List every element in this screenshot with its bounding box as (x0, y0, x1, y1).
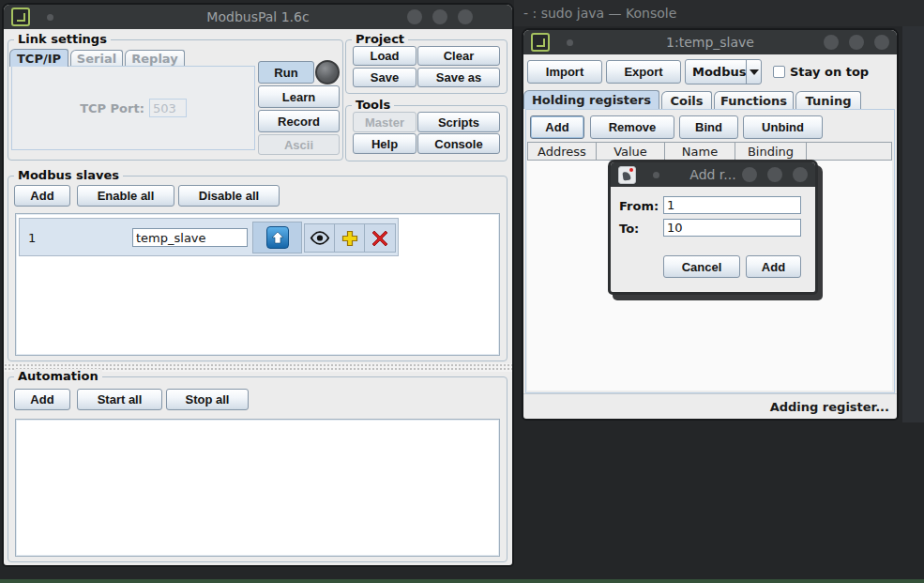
register-unbind-label: Unbind (762, 120, 804, 134)
learn-button[interactable]: Learn (258, 85, 340, 108)
record-label: Record (278, 115, 320, 129)
tab-tuning[interactable]: Tuning (795, 91, 861, 109)
tab-tcpip-label: TCP/IP (17, 52, 61, 66)
run-led-indicator (315, 60, 340, 84)
link-settings-title: Link settings (14, 32, 111, 46)
register-remove-button[interactable]: Remove (590, 115, 674, 139)
scripts-button[interactable]: Scripts (417, 112, 500, 132)
scripts-label: Scripts (438, 115, 479, 130)
dialog-titlebar[interactable]: Add r... (611, 162, 815, 187)
slaves-add-label: Add (30, 189, 53, 203)
modbuspal-window: ModbusPal 1.6c Link settings TCP/IP Seri… (2, 3, 514, 567)
column-header-value[interactable]: Value (596, 142, 665, 161)
window-close-button[interactable] (874, 35, 889, 50)
slave-view-button[interactable] (304, 223, 335, 253)
window-minimize-button[interactable] (407, 9, 422, 24)
console-button[interactable]: Console (417, 133, 500, 154)
tcpip-panel: TCP Port: (11, 66, 255, 150)
mode-combobox[interactable]: Modbus (685, 59, 762, 84)
from-field[interactable] (663, 196, 801, 214)
tools-title: Tools (352, 98, 394, 112)
slave-delete-button[interactable] (364, 223, 396, 253)
red-x-icon (371, 230, 388, 247)
register-add-label: Add (545, 120, 568, 134)
stay-on-top-checkbox[interactable] (773, 66, 785, 78)
record-button[interactable]: Record (258, 110, 340, 132)
column-header-binding[interactable]: Binding (735, 142, 807, 161)
clear-button[interactable]: Clear (417, 46, 500, 66)
chevron-down-icon (750, 69, 759, 75)
plus-icon (341, 229, 359, 248)
titlebar-dot-icon (47, 14, 53, 21)
dialog-minimize-button[interactable] (742, 167, 757, 182)
save-button[interactable]: Save (353, 68, 417, 87)
slave-name-field[interactable] (132, 228, 248, 247)
save-as-label: Save as (436, 70, 481, 84)
window-maximize-button[interactable] (432, 9, 447, 24)
tab-tcpip[interactable]: TCP/IP (9, 49, 68, 67)
tab-holding-registers[interactable]: Holding registers (523, 90, 659, 109)
status-text: Adding register... (770, 400, 889, 414)
window-maximize-button[interactable] (849, 35, 864, 50)
automation-add-button[interactable]: Add (14, 389, 70, 410)
modbuspal-titlebar[interactable]: ModbusPal 1.6c (4, 5, 512, 29)
up-arrow-icon (266, 226, 289, 249)
enable-all-button[interactable]: Enable all (77, 185, 174, 207)
register-bind-button[interactable]: Bind (679, 115, 738, 139)
konsole-titlebar: - : sudo java — Konsole (514, 0, 924, 26)
tab-replay-label: Replay (131, 52, 177, 66)
export-button[interactable]: Export (606, 60, 681, 84)
dialog-maximize-button[interactable] (767, 167, 782, 182)
column-header-name[interactable]: Name (664, 142, 735, 161)
tab-serial-label: Serial (77, 52, 116, 66)
save-label: Save (371, 70, 399, 84)
tab-replay[interactable]: Replay (125, 50, 185, 67)
help-label: Help (371, 137, 398, 151)
ascii-button[interactable]: Ascii (258, 134, 340, 155)
register-unbind-button[interactable]: Unbind (743, 115, 823, 139)
export-label: Export (624, 65, 662, 79)
tab-serial[interactable]: Serial (70, 50, 123, 67)
master-button[interactable]: Master (353, 112, 417, 132)
register-bind-label: Bind (695, 120, 722, 134)
to-field[interactable] (663, 219, 801, 237)
slave-id: 1 (28, 231, 36, 245)
disable-all-button[interactable]: Disable all (178, 185, 280, 207)
master-label: Master (365, 115, 404, 130)
dialog-add-button[interactable]: Add (746, 255, 801, 278)
save-as-button[interactable]: Save as (417, 68, 500, 87)
automation-list[interactable] (15, 419, 500, 557)
combobox-arrow-button[interactable] (746, 60, 761, 84)
register-remove-label: Remove (609, 120, 657, 134)
tcp-port-label: TCP Port: (80, 101, 144, 115)
stop-all-label: Stop all (186, 392, 230, 407)
column-header-empty[interactable] (806, 142, 892, 161)
learn-label: Learn (282, 90, 315, 104)
slaves-list[interactable]: 1 (15, 213, 500, 356)
window-close-button[interactable] (458, 9, 473, 24)
window-minimize-button[interactable] (824, 35, 839, 50)
disable-all-label: Disable all (199, 189, 259, 203)
import-button[interactable]: Import (527, 60, 602, 84)
slave-enable-toggle-button[interactable] (252, 222, 302, 253)
run-button[interactable]: Run (258, 61, 314, 84)
slaves-add-button[interactable]: Add (14, 185, 70, 207)
slave-row[interactable]: 1 (19, 218, 399, 256)
help-button[interactable]: Help (353, 133, 417, 154)
dialog-cancel-button[interactable]: Cancel (663, 255, 740, 278)
stop-all-button[interactable]: Stop all (166, 389, 249, 410)
eye-icon (310, 231, 330, 245)
tab-tuning-label: Tuning (806, 94, 852, 108)
dialog-close-button[interactable] (793, 167, 808, 182)
load-button[interactable]: Load (353, 46, 417, 66)
start-all-button[interactable]: Start all (77, 389, 162, 410)
tab-functions[interactable]: Functions (714, 91, 794, 109)
column-header-address[interactable]: Address (527, 142, 597, 161)
slave-duplicate-button[interactable] (334, 223, 365, 253)
modbuspal-app-icon (11, 8, 30, 26)
tcp-port-field[interactable] (149, 99, 187, 117)
dialog-add-label: Add (762, 260, 785, 274)
tab-coils[interactable]: Coils (661, 91, 712, 109)
register-add-button[interactable]: Add (530, 115, 584, 139)
temp-slave-titlebar[interactable]: 1:temp_slave (523, 30, 897, 54)
